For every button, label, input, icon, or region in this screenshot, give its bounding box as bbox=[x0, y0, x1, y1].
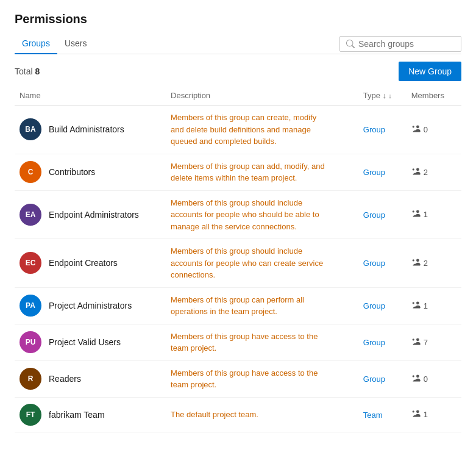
description-cell: Members of this group have access to the… bbox=[166, 324, 358, 360]
total-label: Total 8 bbox=[15, 66, 40, 76]
type-cell: Group bbox=[358, 154, 407, 190]
members-icon bbox=[411, 374, 421, 384]
table-row[interactable]: PA Project Administrators Members of thi… bbox=[15, 287, 461, 324]
table-row[interactable]: PU Project Valid Users Members of this g… bbox=[15, 324, 461, 360]
type-cell: Group bbox=[358, 324, 407, 360]
description-cell: The default project team. bbox=[166, 397, 358, 432]
people-icon bbox=[411, 124, 421, 133]
new-group-button[interactable]: New Group bbox=[399, 62, 461, 81]
name-cell: PU Project Valid Users bbox=[15, 324, 166, 360]
avatar: BA bbox=[20, 118, 41, 140]
members-count: 1 bbox=[424, 410, 428, 419]
name-cell: EC Endpoint Creators bbox=[15, 239, 166, 288]
name-cell: PA Project Administrators bbox=[15, 287, 166, 324]
tabs: Groups Users bbox=[15, 34, 94, 54]
col-header-type[interactable]: Type ↓ bbox=[358, 86, 407, 106]
members-cell: 2 bbox=[407, 154, 461, 190]
members-cell: 0 bbox=[407, 360, 461, 397]
table-row[interactable]: EA Endpoint Administrators Members of th… bbox=[15, 190, 461, 239]
avatar: FT bbox=[20, 404, 41, 426]
table-row[interactable]: C Contributors Members of this group can… bbox=[15, 154, 461, 190]
members-count: 2 bbox=[424, 259, 428, 268]
group-name: Build Administrators bbox=[49, 124, 124, 134]
tabs-header: Groups Users bbox=[15, 34, 461, 54]
type-cell: Group bbox=[358, 190, 407, 239]
description-cell: Members of this group should include acc… bbox=[166, 190, 358, 239]
type-value: Group bbox=[363, 301, 385, 310]
group-name: Endpoint Administrators bbox=[49, 210, 139, 220]
type-value: Group bbox=[363, 259, 385, 268]
col-header-description: Description bbox=[166, 86, 358, 106]
name-cell: BA Build Administrators bbox=[15, 106, 166, 154]
description-text: Members of this group have access to the… bbox=[171, 331, 329, 354]
members-icon bbox=[411, 124, 421, 135]
avatar: PA bbox=[20, 295, 41, 317]
description-cell: Members of this group have access to the… bbox=[166, 360, 358, 397]
members-icon bbox=[411, 337, 421, 348]
groups-table: Name Description Type ↓ Members BA Build… bbox=[15, 86, 461, 432]
members-cell: 0 bbox=[407, 106, 461, 154]
people-icon bbox=[411, 301, 421, 309]
members-count: 1 bbox=[424, 301, 428, 310]
description-text: The default project team. bbox=[171, 409, 329, 421]
members-cell: 2 bbox=[407, 239, 461, 288]
members-icon bbox=[411, 301, 421, 311]
members-count: 7 bbox=[424, 338, 428, 347]
table-row[interactable]: R Readers Members of this group have acc… bbox=[15, 360, 461, 397]
col-header-name: Name bbox=[15, 86, 166, 106]
members-cell: 7 bbox=[407, 324, 461, 360]
groups-list: BA Build Administrators Members of this … bbox=[15, 106, 461, 432]
search-input[interactable] bbox=[358, 39, 455, 49]
avatar: R bbox=[20, 368, 41, 390]
search-icon bbox=[346, 40, 355, 48]
search-box[interactable] bbox=[339, 36, 461, 52]
group-name: Project Administrators bbox=[49, 301, 132, 310]
members-count: 1 bbox=[424, 210, 428, 219]
avatar: C bbox=[20, 161, 41, 183]
type-cell: Team bbox=[358, 397, 407, 432]
page-title: Permissions bbox=[15, 12, 461, 26]
permissions-page: Permissions Groups Users Total 8 New Gro… bbox=[0, 0, 476, 455]
type-value: Group bbox=[363, 338, 385, 347]
description-text: Members of this group can create, modify… bbox=[171, 112, 329, 148]
members-count: 0 bbox=[424, 125, 428, 134]
description-text: Members of this group should include acc… bbox=[171, 245, 329, 281]
type-value: Group bbox=[363, 168, 385, 177]
people-icon bbox=[411, 409, 421, 418]
members-icon bbox=[411, 167, 421, 177]
type-value: Team bbox=[363, 410, 383, 420]
table-header: Name Description Type ↓ Members bbox=[15, 86, 461, 106]
description-text: Members of this group have access to the… bbox=[171, 367, 329, 391]
type-cell: Group bbox=[358, 360, 407, 397]
members-icon bbox=[411, 409, 421, 420]
people-icon bbox=[411, 337, 421, 346]
group-name: Contributors bbox=[49, 167, 95, 177]
type-value: Group bbox=[363, 125, 385, 134]
name-cell: C Contributors bbox=[15, 154, 166, 190]
type-cell: Group bbox=[358, 239, 407, 288]
toolbar: Total 8 New Group bbox=[15, 54, 461, 86]
group-name: Endpoint Creators bbox=[49, 258, 118, 268]
avatar: EA bbox=[20, 204, 41, 226]
people-icon bbox=[411, 167, 421, 176]
type-value: Group bbox=[363, 210, 385, 220]
table-row[interactable]: BA Build Administrators Members of this … bbox=[15, 106, 461, 154]
members-icon bbox=[411, 209, 421, 220]
description-cell: Members of this group should include acc… bbox=[166, 239, 358, 288]
members-cell: 1 bbox=[407, 190, 461, 239]
table-row[interactable]: FT fabrikam Team The default project tea… bbox=[15, 397, 461, 432]
members-cell: 1 bbox=[407, 287, 461, 324]
members-count: 0 bbox=[424, 374, 428, 384]
tab-groups[interactable]: Groups bbox=[15, 34, 57, 54]
group-name: Project Valid Users bbox=[49, 337, 121, 347]
people-icon bbox=[411, 209, 421, 218]
type-value: Group bbox=[363, 374, 385, 384]
description-cell: Members of this group can create, modify… bbox=[166, 106, 358, 154]
table-row[interactable]: EC Endpoint Creators Members of this gro… bbox=[15, 239, 461, 288]
description-text: Members of this group should include acc… bbox=[171, 197, 329, 233]
avatar: EC bbox=[20, 252, 41, 274]
col-header-members: Members bbox=[407, 86, 461, 106]
description-text: Members of this group can add, modify, a… bbox=[171, 160, 329, 184]
tab-users[interactable]: Users bbox=[57, 34, 94, 54]
name-cell: FT fabrikam Team bbox=[15, 397, 166, 432]
